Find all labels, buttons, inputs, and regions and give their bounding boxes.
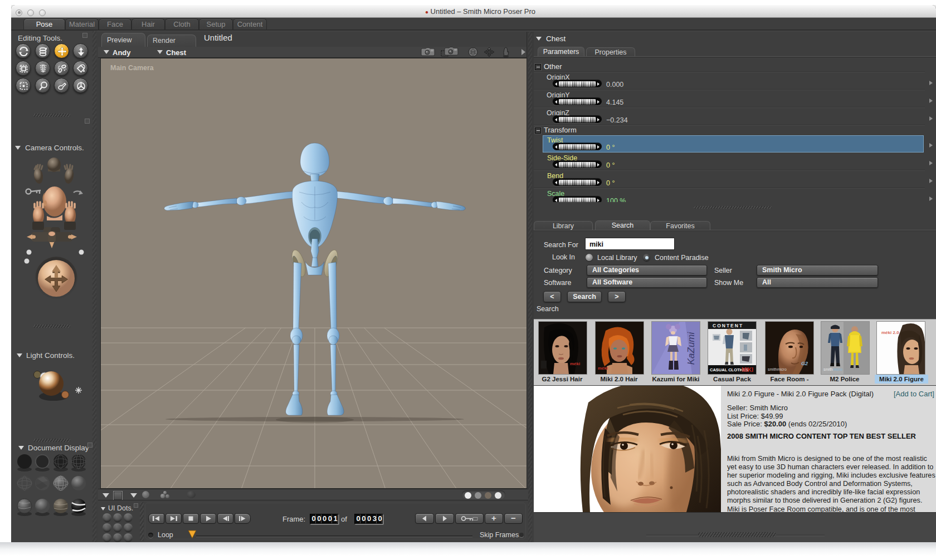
svg-text:smithmicro: smithmicro — [768, 367, 787, 371]
svg-text:CONTENT: CONTENT — [713, 323, 743, 328]
svg-text:méki: méki — [570, 361, 580, 366]
svg-text:méki 2.0: méki 2.0 — [881, 330, 899, 335]
svg-text:smithmicro: smithmicro — [823, 367, 842, 371]
svg-text:G2: G2 — [801, 361, 808, 366]
svg-text:méki: méki — [598, 366, 608, 371]
svg-text:KaZumi: KaZumi — [686, 331, 696, 365]
svg-text:MIKI: MIKI — [742, 367, 753, 373]
